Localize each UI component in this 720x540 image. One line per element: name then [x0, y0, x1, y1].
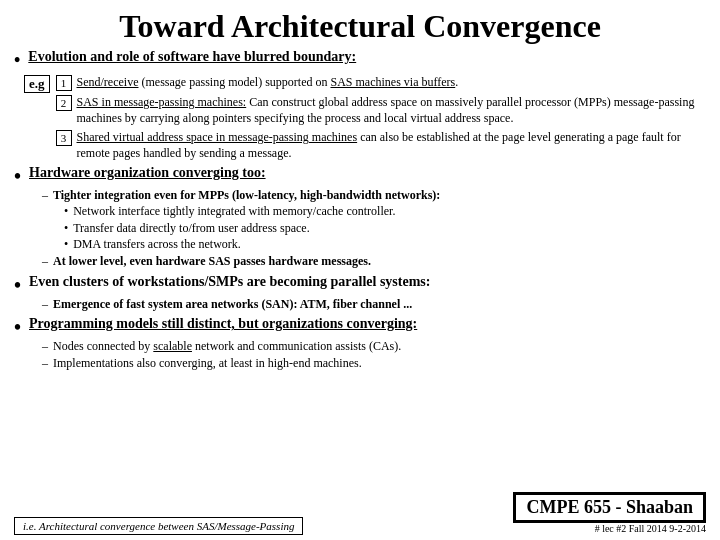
bullet4-sub2-dash: –	[42, 356, 48, 371]
eg-item-1: 1 Send/receive (message passing model) s…	[56, 74, 706, 91]
bullet3: • Even clusters of workstations/SMPs are…	[14, 274, 706, 296]
eg-item-1-text: Send/receive (message passing model) sup…	[77, 74, 459, 90]
eg-item-3: 3 Shared virtual address space in messag…	[56, 129, 706, 161]
eg-num-3: 3	[56, 130, 72, 146]
eg-num-2: 2	[56, 95, 72, 111]
footer-left-text: i.e. Architectural convergence between S…	[14, 517, 303, 535]
bullet4-text: Programming models still distinct, but o…	[29, 316, 417, 332]
bullet2-sub1-sub1: • Network interface tightly integrated w…	[64, 204, 706, 220]
bullet3-sub1: – Emergence of fast system area networks…	[42, 297, 706, 313]
eg-item-3-text: Shared virtual address space in message-…	[77, 129, 706, 161]
footer-left-block: i.e. Architectural convergence between S…	[14, 519, 303, 534]
bullet3-dot: •	[14, 274, 21, 296]
bullet2-sub2-dash: –	[42, 254, 48, 269]
bullet4-dot: •	[14, 316, 21, 338]
bullet3-section: • Even clusters of workstations/SMPs are…	[14, 274, 706, 314]
dot3: •	[64, 237, 68, 252]
eg-item-2-text: SAS in message-passing machines: Can con…	[77, 94, 706, 126]
bullet4-sub2-text: Implementations also converging, at leas…	[53, 356, 362, 372]
eg-item-2: 2 SAS in message-passing machines: Can c…	[56, 94, 706, 126]
bullet2-sub1-dash: –	[42, 188, 48, 203]
footer-bottom-text: # lec #2 Fall 2014 9-2-2014	[595, 523, 706, 534]
bullet2: • Hardware organization converging too:	[14, 165, 706, 187]
bullet4: • Programming models still distinct, but…	[14, 316, 706, 338]
footer-right-text: CMPE 655 - Shaaban	[513, 492, 706, 523]
bullet2-sub1-sub3: • DMA transfers across the network.	[64, 237, 706, 253]
eg-block: e.g 1 Send/receive (message passing mode…	[24, 74, 706, 162]
bullet2-sub1-text: Tighter integration even for MPPs (low-l…	[53, 188, 440, 204]
eg-num-1: 1	[56, 75, 72, 91]
page: Toward Architectural Convergence • Evolu…	[0, 0, 720, 540]
dot2: •	[64, 221, 68, 236]
bullet4-sub2: – Implementations also converging, at le…	[42, 356, 706, 372]
bullet3-sub1-text: Emergence of fast system area networks (…	[53, 297, 412, 313]
bullet1-dot: •	[14, 50, 20, 71]
bullet3-text: Even clusters of workstations/SMPs are b…	[29, 274, 430, 290]
page-title: Toward Architectural Convergence	[14, 8, 706, 45]
dot1: •	[64, 204, 68, 219]
bullet2-text: Hardware organization converging too:	[29, 165, 266, 181]
sub1-text1: Network interface tightly integrated wit…	[73, 204, 395, 220]
bullet4-sub1: – Nodes connected by scalable network an…	[42, 339, 706, 355]
bullet2-section: • Hardware organization converging too: …	[14, 165, 706, 271]
footer: i.e. Architectural convergence between S…	[14, 492, 706, 534]
bullet4-sub1-text: Nodes connected by scalable network and …	[53, 339, 401, 355]
bullet2-dot: •	[14, 165, 21, 187]
bullet1-text: Evolution and role of software have blur…	[28, 49, 356, 65]
bullet4-sub1-dash: –	[42, 339, 48, 354]
bullet3-sub1-dash: –	[42, 297, 48, 312]
footer-right-block: CMPE 655 - Shaaban # lec #2 Fall 2014 9-…	[513, 492, 706, 534]
sub1-text3: DMA transfers across the network.	[73, 237, 241, 253]
bullet4-section: • Programming models still distinct, but…	[14, 316, 706, 372]
bullet2-sub1: – Tighter integration even for MPPs (low…	[42, 188, 706, 204]
eg-label: e.g	[24, 75, 50, 93]
bullet2-sub1-sub2: • Transfer data directly to/from user ad…	[64, 221, 706, 237]
sub1-text2: Transfer data directly to/from user addr…	[73, 221, 309, 237]
bullet1: • Evolution and role of software have bl…	[14, 49, 706, 71]
bullet2-sub2: – At lower level, even hardware SAS pass…	[42, 254, 706, 270]
eg-items: 1 Send/receive (message passing model) s…	[56, 74, 706, 162]
bullet2-sub2-text: At lower level, even hardware SAS passes…	[53, 254, 371, 270]
